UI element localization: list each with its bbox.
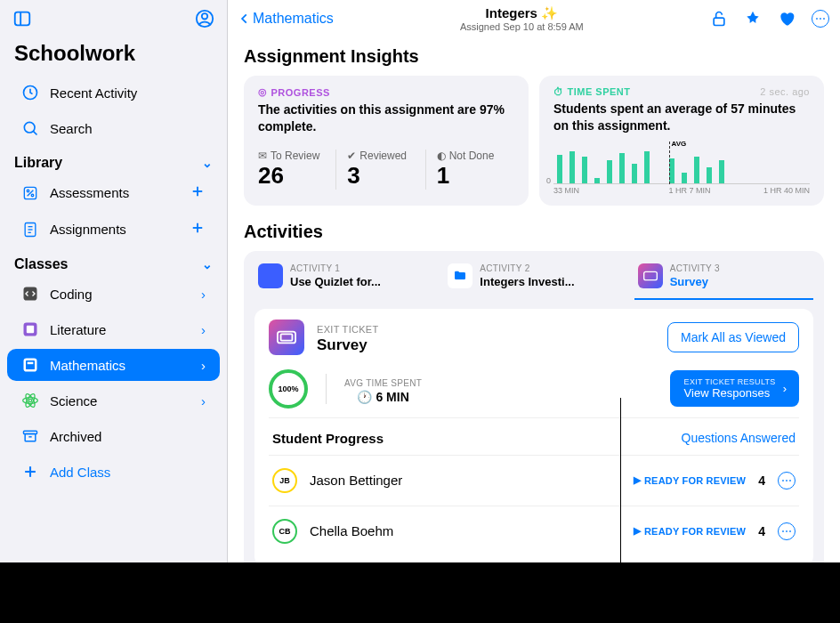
to-review-label: To Review xyxy=(271,150,319,162)
percent-icon xyxy=(21,184,39,202)
back-button[interactable]: Mathematics xyxy=(238,11,334,27)
notdone-label: Not Done xyxy=(449,150,495,162)
clock-icon: 🕐 xyxy=(357,390,372,404)
pin-icon[interactable] xyxy=(744,10,762,28)
more-icon[interactable]: ⋯ xyxy=(778,472,796,490)
sidebar-item-archived[interactable]: Archived xyxy=(7,420,220,452)
insight-card-time[interactable]: ⏱ TIME SPENT 2 sec. ago Students spent a… xyxy=(539,76,824,206)
tab-activity-2[interactable]: ACTIVITY 2Integers Investi... xyxy=(444,260,623,300)
ticket-icon xyxy=(638,263,663,288)
svg-point-9 xyxy=(31,194,34,197)
archive-icon xyxy=(21,427,39,445)
sidebar-item-coding[interactable]: Coding › xyxy=(7,278,220,310)
tab-num: ACTIVITY 1 xyxy=(290,263,381,273)
view-responses-button[interactable]: EXIT TICKET RESULTS View Responses › xyxy=(670,370,799,407)
sidebar-item-mathematics[interactable]: Mathematics › xyxy=(7,349,220,381)
reviewed-value: 3 xyxy=(347,162,424,190)
svg-line-6 xyxy=(33,131,36,134)
activity-tabs: ACTIVITY 1Use Quizlet for... ACTIVITY 2I… xyxy=(244,251,824,300)
chart-bar xyxy=(619,153,625,183)
inbox-icon: ✉ xyxy=(258,150,267,162)
section-label: Library xyxy=(14,155,62,171)
axis-max: 1 HR 40 MIN xyxy=(763,186,810,195)
sidebar-item-label: Archived xyxy=(50,429,101,444)
activity-detail: EXIT TICKET Survey Mark All as Viewed 10… xyxy=(254,309,813,567)
questions-answered-link[interactable]: Questions Answered xyxy=(682,431,796,446)
sidebar-item-literature[interactable]: Literature › xyxy=(7,313,220,345)
sidebar-item-label: Assessments xyxy=(50,185,129,200)
chart-bar xyxy=(669,158,674,183)
chevron-right-icon: › xyxy=(201,322,206,337)
svg-point-25 xyxy=(28,399,31,401)
search-icon xyxy=(21,119,39,137)
chart-bar xyxy=(632,164,637,183)
chart-bar xyxy=(607,160,612,183)
exit-ticket-kicker: EXIT TICKET xyxy=(317,324,379,335)
insight-card-progress[interactable]: ◎PROGRESS The activities on this assignm… xyxy=(244,76,529,206)
chart-bar xyxy=(707,167,712,183)
more-icon[interactable]: ⋯ xyxy=(778,522,796,540)
axis-min: 33 MIN xyxy=(553,186,579,195)
svg-point-3 xyxy=(202,13,207,19)
ticket-icon xyxy=(269,320,304,355)
sidebar-item-science[interactable]: Science › xyxy=(7,384,220,417)
sidebar-item-assessments[interactable]: Assessments xyxy=(7,176,220,209)
student-name: Chella Boehm xyxy=(310,523,393,538)
more-icon[interactable]: ⋯ xyxy=(812,10,829,28)
avatar: JB xyxy=(272,468,297,493)
app-title: Schoolwork xyxy=(0,37,227,75)
chevron-down-icon: ⌄ xyxy=(202,257,213,271)
footer-mask xyxy=(0,562,840,623)
main-content: Mathematics Integers ✨ Assigned Sep 10 a… xyxy=(228,0,840,623)
chart-bar xyxy=(594,178,600,183)
account-icon[interactable] xyxy=(195,9,214,32)
status-badge: ▶READY FOR REVIEW xyxy=(634,474,746,486)
folder-icon xyxy=(448,263,472,288)
time-chart: 0 AVG 33 MIN 1 HR 7 MIN 1 HR 40 MIN xyxy=(553,143,810,184)
sidebar-toggle-icon[interactable] xyxy=(12,9,32,32)
chevron-right-icon: › xyxy=(201,358,206,373)
student-row[interactable]: CB Chella Boehm ▶READY FOR REVIEW 4 ⋯ xyxy=(269,506,799,556)
section-header-library[interactable]: Library ⌄ xyxy=(0,146,227,174)
svg-rect-35 xyxy=(643,272,657,280)
answer-count: 4 xyxy=(758,524,765,538)
sidebar-item-search[interactable]: Search xyxy=(7,112,220,144)
callout-line xyxy=(620,398,621,623)
clock-icon xyxy=(21,84,39,101)
axis-mid: 1 HR 7 MIN xyxy=(669,186,711,195)
chevron-right-icon: › xyxy=(201,393,206,409)
completion-donut: 100% xyxy=(269,369,308,409)
heart-icon[interactable] xyxy=(778,10,796,28)
sidebar-item-recent[interactable]: Recent Activity xyxy=(7,77,220,109)
section-label: Classes xyxy=(14,256,69,272)
lock-open-icon[interactable] xyxy=(710,10,728,28)
chart-bar xyxy=(557,155,562,183)
results-label: View Responses xyxy=(684,386,771,400)
sidebar-item-assignments[interactable]: Assignments xyxy=(7,213,220,246)
add-class-button[interactable]: Add Class xyxy=(7,456,220,488)
reviewed-label: Reviewed xyxy=(359,150,407,162)
calculator-icon xyxy=(21,356,39,374)
section-header-classes[interactable]: Classes ⌄ xyxy=(0,247,227,276)
svg-point-5 xyxy=(24,122,35,133)
plus-icon[interactable] xyxy=(190,220,206,239)
tab-activity-1[interactable]: ACTIVITY 1Use Quizlet for... xyxy=(254,260,433,300)
mark-all-viewed-button[interactable]: Mark All as Viewed xyxy=(667,322,799,352)
chart-bar xyxy=(694,157,699,183)
plus-icon[interactable] xyxy=(190,183,206,202)
atom-icon xyxy=(21,392,39,409)
sidebar-item-label: Coding xyxy=(50,287,93,302)
quizlet-icon xyxy=(258,263,283,288)
chart-y0: 0 xyxy=(546,176,551,185)
student-name: Jason Bettinger xyxy=(310,473,402,488)
play-icon: ▶ xyxy=(634,474,641,486)
toolbar: Mathematics Integers ✨ Assigned Sep 10 a… xyxy=(228,0,840,37)
tab-activity-3[interactable]: ACTIVITY 3Survey xyxy=(634,260,813,300)
tab-name: Survey xyxy=(670,275,708,288)
sidebar-item-label: Search xyxy=(50,121,93,136)
chevron-right-icon: › xyxy=(783,382,787,395)
page-subtitle: Assigned Sep 10 at 8:59 AM xyxy=(334,21,710,32)
student-row[interactable]: JB Jason Bettinger ▶READY FOR REVIEW 4 ⋯ xyxy=(269,455,799,506)
chart-bar xyxy=(644,151,650,183)
sidebar-item-label: Literature xyxy=(50,322,106,337)
